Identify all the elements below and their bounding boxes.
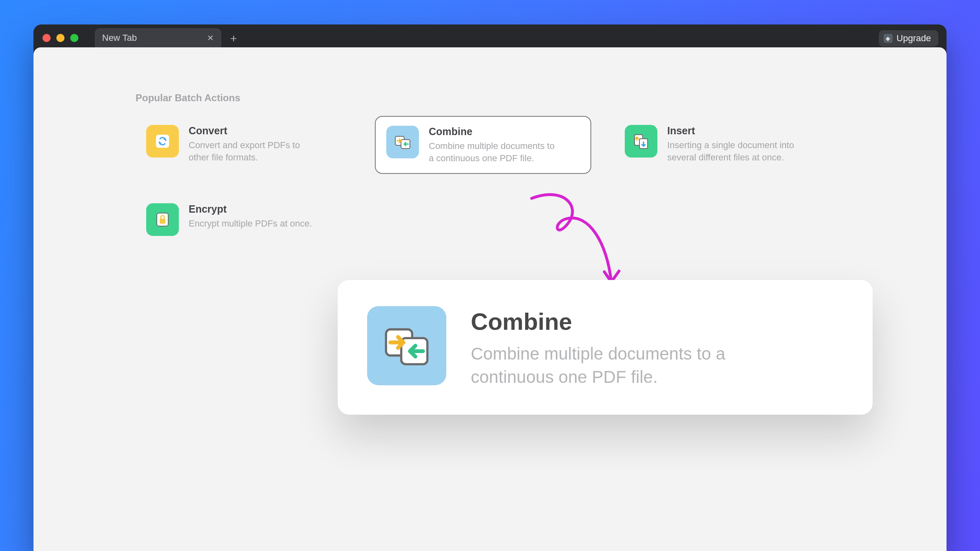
detail-combine-icon xyxy=(367,306,446,385)
card-title: Insert xyxy=(667,125,798,137)
insert-icon xyxy=(625,125,657,158)
section-heading: Popular Batch Actions xyxy=(136,92,844,104)
new-tab-button[interactable]: ＋ xyxy=(227,31,240,44)
card-description: Convert and export PDFs to other file fo… xyxy=(189,139,319,163)
card-text: Convert Convert and export PDFs to other… xyxy=(189,125,319,163)
tab-title: New Tab xyxy=(102,33,137,43)
detail-title: Combine xyxy=(471,308,806,335)
card-text: Insert Inserting a single document into … xyxy=(667,125,798,163)
window-traffic-lights xyxy=(42,34,78,42)
window-close-button[interactable] xyxy=(42,34,51,42)
card-title: Combine xyxy=(429,126,559,138)
card-description: Combine multiple documents to a continuo… xyxy=(429,140,559,164)
window-zoom-button[interactable] xyxy=(70,34,78,42)
card-title: Convert xyxy=(189,125,319,137)
detail-text: Combine Combine multiple documents to a … xyxy=(471,306,806,389)
upgrade-button[interactable]: ◆ Upgrade xyxy=(879,30,938,47)
upgrade-badge-icon: ◆ xyxy=(884,34,893,43)
page-body: Popular Batch Actions Convert Convert an… xyxy=(33,47,947,551)
detail-card-combine: Combine Combine multiple documents to a … xyxy=(338,280,873,415)
encrypt-icon xyxy=(146,203,179,236)
window-minimize-button[interactable] xyxy=(56,34,65,42)
convert-icon xyxy=(146,125,179,158)
combine-icon xyxy=(386,126,419,158)
tab-new-tab[interactable]: New Tab ✕ xyxy=(95,28,221,48)
svg-rect-0 xyxy=(156,135,169,148)
card-description: Inserting a single document into several… xyxy=(667,139,798,163)
upgrade-label: Upgrade xyxy=(897,33,931,44)
app-window: New Tab ✕ ＋ ◆ Upgrade Popular Batch Acti… xyxy=(33,24,947,551)
action-card-combine[interactable]: Combine Combine multiple documents to a … xyxy=(375,116,591,174)
detail-description: Combine multiple documents to a continuo… xyxy=(471,342,806,389)
batch-actions-grid: Convert Convert and export PDFs to other… xyxy=(136,116,844,245)
action-card-encrypt[interactable]: Encrypt Encrypt multiple PDFs at once. xyxy=(136,194,352,245)
action-card-insert[interactable]: Insert Inserting a single document into … xyxy=(614,116,831,174)
tab-close-button[interactable]: ✕ xyxy=(207,33,214,43)
plus-icon: ＋ xyxy=(228,31,239,45)
card-text: Combine Combine multiple documents to a … xyxy=(429,126,559,164)
card-text: Encrypt Encrypt multiple PDFs at once. xyxy=(189,203,312,230)
action-card-convert[interactable]: Convert Convert and export PDFs to other… xyxy=(136,116,352,174)
card-title: Encrypt xyxy=(189,203,312,215)
svg-rect-6 xyxy=(160,219,165,224)
card-description: Encrypt multiple PDFs at once. xyxy=(189,218,312,230)
